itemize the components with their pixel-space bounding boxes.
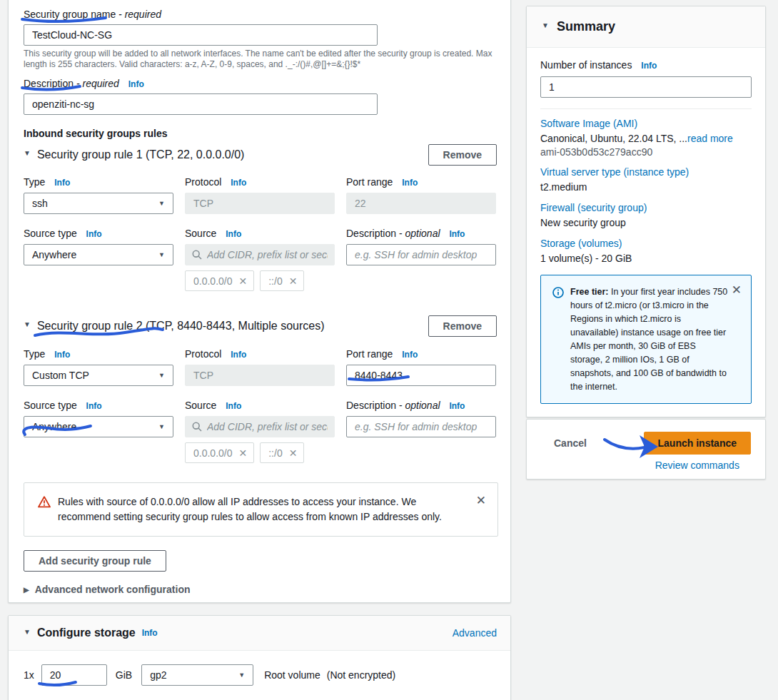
- open-cidr-warning: Rules with source of 0.0.0.0/0 allow all…: [24, 482, 498, 537]
- rule2-protocol-readonly: TCP: [185, 365, 335, 386]
- ami-id: ami-053b0d53c279acc90: [540, 146, 752, 158]
- rule1-protocol-readonly: TCP: [185, 193, 335, 214]
- remove-chip-icon[interactable]: ✕: [239, 448, 248, 458]
- software-image-value: Canonical, Ubuntu, 22.04 LTS, ...read mo…: [540, 133, 752, 144]
- rule2-source-search[interactable]: [185, 416, 335, 437]
- summary-panel: ▼ Summary Number of instances Info Softw…: [526, 6, 766, 417]
- rule1-description-input[interactable]: [346, 244, 496, 265]
- storage-info-link[interactable]: Info: [142, 628, 158, 638]
- rule2-source-input[interactable]: [207, 421, 328, 432]
- type-info-link[interactable]: Info: [54, 178, 70, 188]
- remove-chip-icon[interactable]: ✕: [289, 276, 298, 286]
- security-group-name-help: This security group will be added to all…: [24, 49, 502, 70]
- review-commands-link[interactable]: Review commands: [655, 460, 739, 471]
- rule2-source-field: Source Info: [185, 400, 335, 437]
- summary-collapse-icon[interactable]: ▼: [542, 21, 549, 29]
- rule1-protocol-field: Protocol Info TCP: [185, 176, 335, 214]
- rule1-description-field: Description - optional Info: [346, 228, 496, 265]
- rule2-port-input[interactable]: [346, 365, 496, 386]
- security-group-name-input[interactable]: [24, 24, 378, 46]
- chevron-down-icon: ▼: [158, 372, 165, 379]
- chevron-down-icon: ▼: [158, 423, 165, 430]
- storage-advanced-link[interactable]: Advanced: [453, 627, 497, 639]
- remove-chip-icon[interactable]: ✕: [239, 276, 248, 286]
- rule2-grid: Type Info Custom TCP ▼ Protocol Info TCP…: [24, 348, 497, 437]
- close-free-tier-icon[interactable]: ✕: [732, 284, 742, 296]
- firewall-value: New security group: [540, 217, 752, 228]
- free-tier-text: Free tier: In your first year includes 7…: [570, 285, 729, 394]
- number-of-instances-input[interactable]: [540, 76, 752, 98]
- cidr-chip: ::/0 ✕: [260, 270, 304, 291]
- storage-row: 1x GiB gp2 ▼ Root volume (Not encrypted): [9, 651, 510, 686]
- rule1-remove-button[interactable]: Remove: [428, 144, 497, 166]
- description-input[interactable]: [24, 93, 378, 115]
- storage-volumes-link[interactable]: Storage (volumes): [540, 238, 752, 249]
- chevron-right-icon: ▶: [24, 586, 29, 594]
- chevron-down-icon: ▼: [158, 251, 165, 258]
- storage-collapse-icon[interactable]: ▼: [24, 628, 31, 636]
- rule-desc-info-link[interactable]: Info: [449, 401, 465, 411]
- volume-count-label: 1x: [24, 669, 34, 681]
- rule2-source-type-select[interactable]: Anywhere ▼: [24, 416, 173, 437]
- search-icon: [192, 422, 202, 432]
- port-info-link[interactable]: Info: [402, 350, 418, 360]
- description-info-link[interactable]: Info: [128, 79, 144, 89]
- source-type-info-link[interactable]: Info: [86, 401, 102, 411]
- rule2-header: ▼ Security group rule 2 (TCP, 8440-8443,…: [24, 315, 497, 337]
- add-security-group-rule-button[interactable]: Add security group rule: [24, 550, 166, 572]
- required-suffix: - required: [118, 9, 161, 20]
- cancel-button[interactable]: Cancel: [554, 437, 587, 449]
- encryption-status-label: (Not encrypted): [327, 669, 395, 681]
- volume-size-input[interactable]: [41, 664, 107, 686]
- instances-info-link[interactable]: Info: [641, 61, 657, 71]
- read-more-link[interactable]: read more: [687, 133, 733, 144]
- chevron-down-icon: ▼: [158, 200, 165, 207]
- launch-instance-button[interactable]: Launch instance: [644, 432, 751, 455]
- port-info-link[interactable]: Info: [402, 178, 418, 188]
- instance-type-link[interactable]: Virtual server type (instance type): [540, 166, 752, 178]
- rule2-collapse-icon[interactable]: ▼: [24, 320, 31, 328]
- rule1-source-chips: 0.0.0.0/0 ✕ ::/0 ✕: [185, 270, 497, 291]
- source-type-info-link[interactable]: Info: [86, 229, 102, 239]
- configure-storage-panel: ▼ Configure storage Info Advanced 1x GiB…: [8, 615, 511, 700]
- info-circle-icon: [552, 287, 564, 298]
- rule2-port-field: Port range Info: [346, 348, 496, 386]
- rule1-source-input[interactable]: [207, 249, 328, 260]
- search-icon: [192, 250, 202, 260]
- source-info-link[interactable]: Info: [226, 229, 241, 239]
- network-settings-panel: Security group name - required This secu…: [8, 0, 511, 603]
- type-info-link[interactable]: Info: [54, 350, 70, 360]
- rule-desc-info-link[interactable]: Info: [449, 229, 465, 239]
- rule1-collapse-icon[interactable]: ▼: [24, 149, 31, 157]
- rule1-source-type-field: Source type Info Anywhere ▼: [24, 228, 173, 265]
- software-image-link[interactable]: Software Image (AMI): [540, 118, 752, 129]
- rule2-title: Security group rule 2 (TCP, 8440-8443, M…: [37, 320, 325, 333]
- configure-storage-title: Configure storage: [37, 627, 136, 639]
- gib-unit-label: GiB: [116, 669, 132, 681]
- remove-chip-icon[interactable]: ✕: [289, 448, 298, 458]
- description-label: Description - required Info: [24, 78, 497, 91]
- rule1-header: ▼ Security group rule 1 (TCP, 22, 0.0.0.…: [24, 144, 497, 166]
- rule2-source-type-field: Source type Info Anywhere ▼: [24, 400, 173, 437]
- rule1-type-select[interactable]: ssh ▼: [24, 193, 173, 214]
- source-info-link[interactable]: Info: [226, 401, 241, 411]
- volume-type-select[interactable]: gp2 ▼: [141, 664, 253, 686]
- security-group-name-label-text: Security group name: [24, 9, 116, 20]
- root-volume-label: Root volume: [264, 669, 320, 681]
- rule2-description-input[interactable]: [346, 416, 496, 437]
- rule1-source-type-select[interactable]: Anywhere ▼: [24, 244, 173, 265]
- protocol-info-link[interactable]: Info: [231, 350, 246, 360]
- rule2-type-select[interactable]: Custom TCP ▼: [24, 365, 173, 386]
- rule2-source-chips: 0.0.0.0/0 ✕ ::/0 ✕: [185, 442, 497, 463]
- rule1-port-field: Port range Info 22: [346, 176, 496, 214]
- summary-title: Summary: [557, 19, 615, 34]
- rule1-grid: Type Info ssh ▼ Protocol Info TCP Port r…: [24, 176, 497, 265]
- rule2-remove-button[interactable]: Remove: [428, 315, 497, 337]
- advanced-network-configuration-toggle[interactable]: ▶ Advanced network configuration: [24, 584, 497, 595]
- free-tier-notice: Free tier: In your first year includes 7…: [540, 275, 752, 404]
- close-warning-icon[interactable]: ✕: [476, 494, 486, 524]
- protocol-info-link[interactable]: Info: [231, 178, 246, 188]
- launch-footer-panel: Cancel Launch instance Review commands: [526, 419, 766, 480]
- firewall-link[interactable]: Firewall (security group): [540, 202, 752, 213]
- rule1-source-search[interactable]: [185, 244, 335, 265]
